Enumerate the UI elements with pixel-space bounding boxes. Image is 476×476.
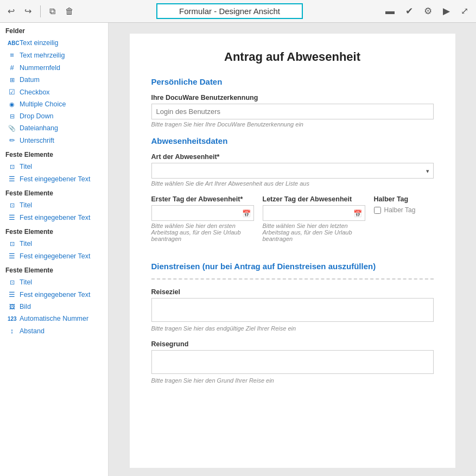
date-row: Erster Tag der Abwesenheit* 📅 Bitte wähl… <box>151 195 434 251</box>
titel-4-icon: ⊡ <box>8 279 16 286</box>
datum-label: Datum <box>20 76 40 84</box>
titel-1-icon: ⊡ <box>8 163 16 170</box>
text-einzeilig-icon: ABC <box>8 40 16 46</box>
field-label-reisegrund: Reisegrund <box>151 340 434 348</box>
field-group-benutzerkennung: Ihre DocuWare Benutzerkennung Bitte trag… <box>151 94 434 128</box>
hint-erster-tag: Bitte wählen Sie hier den ersten Arbeits… <box>151 223 254 242</box>
fest-text-4-icon: ☰ <box>8 290 16 299</box>
field-group-erster-tag: Erster Tag der Abwesenheit* 📅 Bitte wähl… <box>151 195 254 242</box>
sidebar-item-nummernfeld[interactable]: # Nummernfeld <box>0 61 108 74</box>
field-label-erster-tag: Erster Tag der Abwesenheit* <box>151 195 254 203</box>
field-group-reisegrund: Reisegrund Bitte tragen Sie hier den Gru… <box>151 340 434 384</box>
sidebar-item-text-mehrzeilig[interactable]: ≡ Text mehrzeilig <box>0 49 108 61</box>
toolbar-divider <box>40 5 41 17</box>
sidebar-item-abstand[interactable]: ↕ Abstand <box>0 325 108 337</box>
halber-tag-checkbox-label: Halber Tag <box>384 206 416 214</box>
bild-label: Bild <box>20 303 31 310</box>
sidebar-item-titel-1[interactable]: ⊡ Titel <box>0 161 108 173</box>
play-button[interactable]: ▶ <box>440 4 453 18</box>
checkbox-halber-tag[interactable] <box>374 207 381 214</box>
dateianhang-icon: 📎 <box>8 125 16 132</box>
input-reiseziel[interactable] <box>151 298 434 322</box>
monitor-button[interactable]: ▬ <box>382 4 398 18</box>
abstand-label: Abstand <box>20 327 45 335</box>
hint-reisegrund: Bitte tragen Sie hier den Grund Ihrer Re… <box>151 377 434 384</box>
toolbar-title: Formular - Designer Ansicht <box>156 3 303 19</box>
sidebar-section-felder: Felder <box>0 23 108 37</box>
fest-text-1-label: Fest eingegebener Text <box>20 175 90 183</box>
field-label-halber-tag: Halber Tag <box>374 195 434 203</box>
nummernfeld-label: Nummernfeld <box>20 64 60 72</box>
drop-down-icon: ⊟ <box>8 113 16 120</box>
text-mehrzeilig-label: Text mehrzeilig <box>20 52 65 59</box>
sidebar-item-multiple-choice[interactable]: ◉ Multiple Choice <box>0 98 108 110</box>
sidebar-section-feste3: Feste Elemente <box>0 224 108 238</box>
input-reisegrund[interactable] <box>151 350 434 374</box>
hint-letzter-tag: Bitte wählen Sie hier den letzten Arbeit… <box>263 223 365 242</box>
bild-icon: 🖼 <box>8 303 16 310</box>
sidebar-item-datum[interactable]: ⊞ Datum <box>0 74 108 86</box>
input-benutzerkennung[interactable] <box>151 104 434 119</box>
halber-tag-checkbox-row: Halber Tag <box>374 206 434 214</box>
dateianhang-label: Dateianhang <box>20 124 58 132</box>
expand-button[interactable]: ⤢ <box>458 4 472 18</box>
sidebar-item-text-einzeilig[interactable]: ABC Text einzeilig <box>0 37 108 49</box>
fest-text-2-icon: ☰ <box>8 213 16 221</box>
input-erster-tag[interactable] <box>151 205 254 221</box>
sidebar-item-dateianhang[interactable]: 📎 Dateianhang <box>0 122 108 134</box>
form-title: Antrag auf Abwesenheit <box>151 50 434 64</box>
sidebar-item-titel-3[interactable]: ⊡ Titel <box>0 238 108 250</box>
dashed-divider <box>151 278 434 280</box>
check-button[interactable]: ✔ <box>402 4 416 18</box>
delete-button[interactable]: 🗑 <box>62 5 77 18</box>
fest-text-4-label: Fest eingegebener Text <box>20 291 90 299</box>
undo-button[interactable]: ↩ <box>4 5 18 18</box>
section-abwesenheit-heading: Abwesenheitsdaten <box>151 136 434 145</box>
sidebar-item-unterschrift[interactable]: ✏ Unterschrift <box>0 134 108 147</box>
auto-nummer-label: Automatische Nummer <box>20 315 88 322</box>
nummernfeld-icon: # <box>8 64 16 72</box>
field-label-benutzerkennung: Ihre DocuWare Benutzerkennung <box>151 94 434 101</box>
auto-nummer-icon: 123 <box>8 316 16 322</box>
sidebar-item-bild[interactable]: 🖼 Bild <box>0 301 108 313</box>
sidebar-item-fest-text-2[interactable]: ☰ Fest eingegebener Text <box>0 211 108 224</box>
sidebar-section-feste2: Feste Elemente <box>0 185 108 199</box>
field-group-halber-tag: Halber Tag Halber Tag <box>374 195 434 214</box>
sidebar-item-checkbox[interactable]: ☑ Checkbox <box>0 86 108 98</box>
sidebar-item-titel-2[interactable]: ⊡ Titel <box>0 199 108 211</box>
sidebar-item-titel-4[interactable]: ⊡ Titel <box>0 276 108 288</box>
main-layout: Felder ABC Text einzeilig ≡ Text mehrzei… <box>0 23 476 476</box>
unterschrift-label: Unterschrift <box>20 137 54 144</box>
select-wrapper-art: ▾ <box>151 163 434 179</box>
section-personal-heading: Persönliche Daten <box>151 77 434 86</box>
sidebar-item-fest-text-1[interactable]: ☰ Fest eingegebener Text <box>0 173 108 185</box>
sidebar-item-fest-text-3[interactable]: ☰ Fest eingegebener Text <box>0 250 108 262</box>
select-art[interactable] <box>151 163 434 179</box>
input-letzter-tag[interactable] <box>263 205 365 221</box>
sidebar-item-fest-text-4[interactable]: ☰ Fest eingegebener Text <box>0 288 108 301</box>
sidebar-item-auto-nummer[interactable]: 123 Automatische Nummer <box>0 313 108 325</box>
field-group-letzter-tag: Letzer Tag der Abwesenheit 📅 Bitte wähle… <box>263 195 365 242</box>
form-canvas: Antrag auf Abwesenheit Persönliche Daten… <box>130 34 455 468</box>
titel-3-label: Titel <box>20 240 32 247</box>
field-label-letzter-tag: Letzer Tag der Abwesenheit <box>263 195 365 203</box>
titel-3-icon: ⊡ <box>8 240 16 247</box>
titel-1-label: Titel <box>20 163 32 170</box>
sidebar-item-drop-down[interactable]: ⊟ Drop Down <box>0 110 108 122</box>
redo-button[interactable]: ↪ <box>21 5 35 18</box>
toolbar-center: Formular - Designer Ansicht <box>77 3 382 19</box>
date-input-wrapper-erster: 📅 <box>151 205 254 221</box>
fest-text-2-label: Fest eingegebener Text <box>20 214 90 221</box>
sidebar-section-feste1: Feste Elemente <box>0 147 108 161</box>
sidebar-section-feste4: Feste Elemente <box>0 262 108 276</box>
toolbar-left: ↩ ↪ ⧉ 🗑 <box>4 5 77 18</box>
checkbox-label: Checkbox <box>20 88 50 96</box>
text-mehrzeilig-icon: ≡ <box>8 51 16 59</box>
settings-button[interactable]: ⚙ <box>421 4 435 18</box>
field-group-reiseziel: Reiseziel Bitte tragen Sie hier das endg… <box>151 288 434 332</box>
dienstreisen-section: Dienstreisen (nur bei Antrag auf Dienstr… <box>151 262 434 384</box>
titel-2-label: Titel <box>20 201 32 209</box>
content-area: Antrag auf Abwesenheit Persönliche Daten… <box>109 23 476 476</box>
sidebar: Felder ABC Text einzeilig ≡ Text mehrzei… <box>0 23 109 476</box>
copy-button[interactable]: ⧉ <box>46 5 59 18</box>
